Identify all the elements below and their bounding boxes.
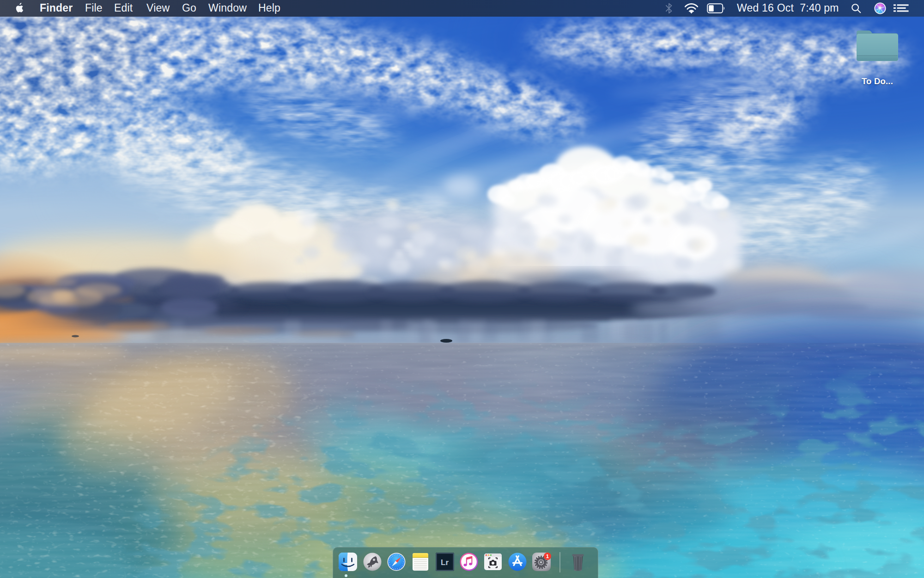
svg-text:1: 1: [546, 553, 549, 559]
svg-text:Lr: Lr: [441, 558, 449, 567]
